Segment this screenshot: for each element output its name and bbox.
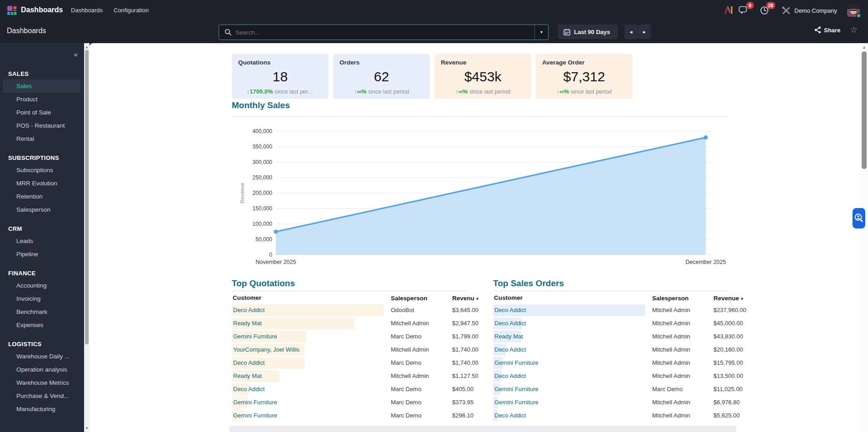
kpi-card-revenue: Revenue$453k↑∞% since last period <box>434 54 531 99</box>
table-title: Top Sales Orders <box>493 278 729 289</box>
customer-link[interactable]: Deco Addict <box>493 320 526 327</box>
svg-text:December 2025: December 2025 <box>686 259 726 265</box>
column-header-customer[interactable]: Customer <box>232 293 384 303</box>
customer-link[interactable]: Deco Addict <box>493 346 526 353</box>
column-header-customer[interactable]: Customer <box>493 293 645 303</box>
apps-menu-icon[interactable] <box>7 6 17 15</box>
salesperson-cell: OdooBot <box>384 307 452 313</box>
sidebar-scrollbar-thumb[interactable] <box>85 50 89 344</box>
search-input[interactable] <box>232 29 534 36</box>
section-divider <box>232 116 729 117</box>
sidebar-item-expenses[interactable]: Expenses <box>3 318 80 332</box>
previous-period-button[interactable]: ◂ <box>624 25 638 39</box>
next-period-button[interactable]: ▸ <box>638 25 651 39</box>
customer-cell: Deco Addict <box>232 356 384 369</box>
kpi-delta: ↑∞% since last period <box>536 88 633 95</box>
column-header-revenue[interactable]: Revenu▾ <box>452 295 479 302</box>
menu-dashboards[interactable]: Dashboards <box>71 7 103 14</box>
online-status-dot <box>856 13 861 18</box>
revenue-cell: $237,960.00 <box>713 307 746 313</box>
customer-link[interactable]: Ready Mat <box>232 320 262 327</box>
column-header-salesperson[interactable]: Salesperson <box>384 295 452 302</box>
sidebar-item-warehouse-metrics[interactable]: Warehouse Metrics <box>3 376 80 389</box>
search-icon <box>224 29 232 36</box>
svg-text:0: 0 <box>269 252 272 258</box>
sidebar-scroll-down-icon[interactable]: ▼ <box>84 427 90 430</box>
sidebar-item-sales[interactable]: Sales <box>3 79 80 93</box>
sidebar-item-invoicing[interactable]: Invoicing <box>3 292 80 305</box>
salesperson-cell: Mitchell Admin <box>384 346 452 353</box>
main-scroll-up-icon[interactable]: ▲ <box>860 45 868 50</box>
share-button[interactable]: Share <box>814 26 840 34</box>
customer-cell: Ready Mat <box>232 317 384 330</box>
table-row: Ready MatMitchell Admin$43,830.00 <box>493 330 729 343</box>
sidebar-section-header-finance: FINANCE <box>8 270 83 277</box>
svg-text:100,000: 100,000 <box>253 221 273 227</box>
kpi-caption: since last per… <box>274 89 314 95</box>
table-row: Gemini FurnitureMitchell Admin$6,976.80 <box>493 396 729 409</box>
customer-link[interactable]: Ready Mat <box>232 372 262 379</box>
customer-link[interactable]: Deco Addict <box>232 359 264 366</box>
customer-zoom-button[interactable] <box>853 208 865 228</box>
customer-link[interactable]: YourCompany, Joel Willis <box>232 346 299 353</box>
kpi-caption: since last period <box>469 89 510 95</box>
customer-link[interactable]: Deco Addict <box>493 412 526 419</box>
app-brand[interactable]: Dashboards <box>21 6 63 14</box>
revenue-cell: $13,500.00 <box>713 372 743 379</box>
sidebar-item-retention[interactable]: Retention <box>3 190 80 203</box>
search-dropdown-caret-icon[interactable]: ▼ <box>534 25 548 40</box>
kpi-card-orders: Orders62↑∞% since last period <box>333 54 430 99</box>
customer-link[interactable]: Gemini Furniture <box>493 359 539 366</box>
search-box: ▼ <box>219 25 549 40</box>
column-header-salesperson[interactable]: Salesperson <box>645 295 713 302</box>
revenue-cell: $45,000.00 <box>713 320 743 327</box>
customer-link[interactable]: Deco Addict <box>493 372 526 379</box>
dashboard-content: Quotations18↑1700.0% since last per…Orde… <box>90 43 868 432</box>
sort-desc-icon: ▾ <box>476 296 479 301</box>
column-header-revenue[interactable]: Revenue▾ <box>713 295 743 302</box>
date-filter-button[interactable]: Last 90 Days <box>558 25 618 39</box>
customer-link[interactable]: Deco Addict <box>232 307 264 313</box>
customer-link[interactable]: Ready Mat <box>493 333 523 340</box>
user-avatar[interactable] <box>847 4 860 17</box>
sidebar-section-header-subscriptions: SUBSCRIPTIONS <box>8 154 83 161</box>
favorite-star-icon[interactable]: ☆ <box>850 25 858 35</box>
table-header-row: CustomerSalespersonRevenue▾ <box>493 293 729 303</box>
customer-link[interactable]: Gemini Furniture <box>232 399 277 406</box>
sidebar-item-benchmark[interactable]: Benchmark <box>3 305 80 318</box>
customer-link[interactable]: Gemini Furniture <box>232 412 277 419</box>
sidebar-item-manufacturing[interactable]: Manufacturing <box>3 402 80 416</box>
table-row: Deco AddictMitchell Admin$13,500.00 <box>493 369 729 382</box>
sidebar-item-point-of-sale[interactable]: Point of Sale <box>3 106 80 119</box>
sidebar-item-pos-restaurant[interactable]: POS - Restaurant <box>3 119 80 132</box>
sidebar-scroll-up-icon[interactable]: ▲ <box>84 45 90 49</box>
customer-link[interactable]: Deco Addict <box>493 307 526 313</box>
debug-tools-icon[interactable] <box>781 5 792 15</box>
sidebar-item-product[interactable]: Product <box>3 93 80 106</box>
sidebar-item-salesperson[interactable]: Salesperson <box>3 203 80 216</box>
svg-text:November 2025: November 2025 <box>256 259 296 265</box>
customer-link[interactable]: Gemini Furniture <box>493 386 539 392</box>
sidebar-item-mrr-evolution[interactable]: MRR Evolution <box>3 177 80 190</box>
revenue-cell: $5,625.00 <box>713 412 740 419</box>
main-scrollbar-thumb[interactable] <box>862 51 867 169</box>
customer-link[interactable]: Gemini Furniture <box>493 399 539 406</box>
sidebar-item-pipeline[interactable]: Pipeline <box>3 248 80 261</box>
menu-configuration[interactable]: Configuration <box>114 7 149 14</box>
customer-cell: Gemini Furniture <box>493 396 645 409</box>
customer-cell: Gemini Furniture <box>232 330 384 343</box>
odoo-dashboards-app: Dashboards Dashboards Configuration 8 2 <box>0 0 868 432</box>
sidebar-item-warehouse-daily[interactable]: Warehouse Daily ... <box>3 350 80 363</box>
sidebar-item-purchase-vend[interactable]: Purchase & Vend... <box>3 389 80 402</box>
sidebar-item-operation-analysis[interactable]: Operation analysis <box>3 363 80 376</box>
sidebar-item-accounting[interactable]: Accounting <box>3 279 80 292</box>
customer-link[interactable]: Deco Addict <box>232 386 264 392</box>
sidebar-collapse-icon[interactable]: « <box>74 50 78 58</box>
company-switcher[interactable]: Demo Company <box>794 7 837 14</box>
sidebar-item-subscriptions[interactable]: Subscriptions <box>3 164 80 177</box>
sidebar-item-rental[interactable]: Rental <box>3 132 80 145</box>
ai-icon[interactable] <box>723 5 734 15</box>
customer-link[interactable]: Gemini Furniture <box>232 333 277 340</box>
sidebar-item-leads[interactable]: Leads <box>3 234 80 248</box>
share-label: Share <box>824 27 840 34</box>
